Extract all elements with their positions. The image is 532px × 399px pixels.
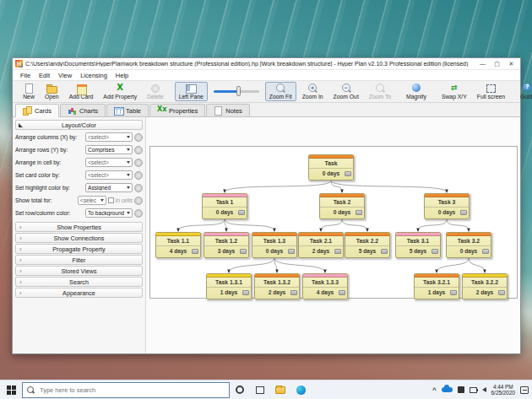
full-screen-icon xyxy=(485,84,497,94)
section-appearance[interactable]: ›Appearance xyxy=(15,288,143,298)
gear-button[interactable] xyxy=(134,209,143,218)
panel-row: Set row/column color:To background xyxy=(15,207,143,219)
card-task-1-3-1[interactable]: Task 1.3.11 days xyxy=(206,273,252,299)
card-task-2-1[interactable]: Task 2.12 days xyxy=(298,232,344,258)
toolbar-add-card-button[interactable]: Add Card xyxy=(65,82,98,101)
toolbar-open-button[interactable]: Open xyxy=(41,82,63,101)
menu-bar: FileEditViewLicensingHelp xyxy=(13,70,520,81)
onedrive-icon[interactable] xyxy=(442,387,453,392)
card-task-3-2-2[interactable]: Task 3.2.22 days xyxy=(462,273,508,299)
task-view-icon xyxy=(256,386,264,394)
minimize-button[interactable]: — xyxy=(475,59,490,69)
section-stored-views[interactable]: ›Stored Views xyxy=(15,266,143,276)
gear-button[interactable] xyxy=(134,171,143,180)
tab-charts[interactable]: Charts xyxy=(60,104,106,116)
card-task-1[interactable]: Task 10 days xyxy=(202,193,247,219)
taskbar-clock[interactable]: 4:44 PM 6/25/2020 xyxy=(491,384,515,396)
properties-icon xyxy=(157,106,166,115)
gear-button[interactable] xyxy=(134,197,143,205)
gear-button[interactable] xyxy=(134,146,143,154)
section-show-connections[interactable]: ›Show Connections xyxy=(15,233,143,243)
card-badge-icon xyxy=(356,210,362,215)
dropdown-arrange-rows-y-by[interactable]: Comprises xyxy=(85,145,133,154)
maximize-button[interactable]: ▢ xyxy=(490,59,504,69)
section-propagate-property[interactable]: ›Propagate Property xyxy=(15,244,143,254)
zoom-slider[interactable] xyxy=(214,82,259,101)
card-task-3-2-1[interactable]: Task 3.2.11 days xyxy=(414,273,459,299)
card-task-1-3-3[interactable]: Task 1.3.34 days xyxy=(302,273,348,299)
card-task-2[interactable]: Task 20 days xyxy=(319,193,365,219)
menu-licensing[interactable]: Licensing xyxy=(76,72,111,79)
zoom-slider-thumb[interactable] xyxy=(236,86,241,96)
toolbar-zoom-to-button[interactable]: Zoom To xyxy=(365,82,395,101)
gear-button[interactable] xyxy=(134,159,143,167)
toolbar-new-button[interactable]: New xyxy=(19,82,39,101)
in-cells-checkbox[interactable] xyxy=(108,197,114,203)
close-button[interactable]: ✕ xyxy=(504,59,518,69)
tab-cards[interactable]: Cards xyxy=(15,104,59,117)
toolbar-left-pane-button[interactable]: Left Pane xyxy=(175,82,208,101)
volume-icon[interactable] xyxy=(482,387,486,392)
title-bar[interactable]: H C:\Users\andy\Documents\HyperPlan\work… xyxy=(13,58,520,70)
dropdown-show-total-for[interactable]: <selec xyxy=(78,196,106,205)
toolbar-magnify-button[interactable]: Magnify xyxy=(402,82,431,101)
hidden-icons-caret[interactable]: ^ xyxy=(432,386,437,394)
menu-help[interactable]: Help xyxy=(111,72,133,79)
toolbar-add-property-button[interactable]: Add Property xyxy=(99,82,141,101)
tab-notes[interactable]: Notes xyxy=(206,104,250,116)
action-center-icon[interactable] xyxy=(520,386,529,394)
card-days-value: 2 days xyxy=(312,248,330,254)
gear-button[interactable] xyxy=(134,133,143,142)
section-show-properties[interactable]: ›Show Properties xyxy=(15,222,143,232)
panel-row-label: Set row/column color: xyxy=(15,210,85,216)
toolbar-delete-button[interactable]: Delete xyxy=(143,82,168,101)
menu-edit[interactable]: Edit xyxy=(35,72,54,79)
card-task-1-2[interactable]: Task 1.23 days xyxy=(204,232,249,258)
tab-bar: CardsChartsTablePropertiesNotes xyxy=(13,103,520,117)
toolbar-zoom-out-button[interactable]: Zoom Out xyxy=(329,82,363,101)
card-title: Task 3.1 xyxy=(396,236,440,246)
toolbar-guide-button[interactable]: Guide xyxy=(516,82,532,101)
dropdown-arrange-in-cell-by[interactable]: <select> xyxy=(85,158,133,167)
chevron-right-icon: › xyxy=(19,245,22,254)
card-task-1-3-2[interactable]: Task 1.3.22 days xyxy=(254,273,300,299)
card-badge-icon xyxy=(290,290,297,295)
menu-file[interactable]: File xyxy=(16,72,35,79)
card-task-1-1[interactable]: Task 1.14 days xyxy=(155,232,201,258)
card-days-value: 2 days xyxy=(269,289,286,295)
cortana-button[interactable] xyxy=(230,380,250,399)
dropdown-set-highlight-color-by[interactable]: Assigned xyxy=(85,183,133,192)
card-title: Task 1.1 xyxy=(156,236,200,246)
task-view-button[interactable] xyxy=(250,380,270,399)
card-task-3-2[interactable]: Task 3.20 days xyxy=(446,232,491,258)
canvas[interactable]: Task0 daysTask 10 daysTask 20 daysTask 3… xyxy=(149,146,518,299)
section-search[interactable]: ›Search xyxy=(15,277,143,287)
edge-button[interactable] xyxy=(290,380,311,399)
card-task-2-2[interactable]: Task 2.25 days xyxy=(345,232,390,258)
tray-app-icon[interactable] xyxy=(458,386,464,393)
section-filter[interactable]: ›Filter xyxy=(15,255,143,265)
toolbar-swap-x-y-button[interactable]: Swap X/Y xyxy=(437,82,471,101)
card-task-3-1[interactable]: Task 3.15 days xyxy=(395,232,441,258)
toolbar-zoom-fit-button[interactable]: Zoom Fit xyxy=(265,82,296,101)
card-task-3[interactable]: Task 30 days xyxy=(424,193,470,219)
toolbar-full-screen-button[interactable]: Full screen xyxy=(473,82,509,101)
dropdown-set-card-color-by[interactable]: <select> xyxy=(85,170,133,180)
toolbar-zoom-in-button[interactable]: Zoom In xyxy=(298,82,328,101)
menu-view[interactable]: View xyxy=(54,72,76,79)
card-badge-icon xyxy=(450,290,457,295)
dropdown-arrange-columns-x-by[interactable]: <select> xyxy=(85,132,133,142)
taskbar-search[interactable] xyxy=(22,382,230,398)
tab-table[interactable]: Table xyxy=(106,104,149,116)
layout-color-header[interactable]: Layout/Color xyxy=(15,120,143,130)
start-button[interactable] xyxy=(0,380,22,399)
tab-properties[interactable]: Properties xyxy=(149,104,205,116)
dropdown-set-row-column-color[interactable]: To background xyxy=(85,208,133,218)
card-days-value: 1 days xyxy=(220,289,238,295)
gear-button[interactable] xyxy=(134,184,143,192)
file-explorer-button[interactable] xyxy=(270,380,290,399)
search-input[interactable] xyxy=(38,386,225,395)
card-task[interactable]: Task0 days xyxy=(308,154,354,181)
card-task-1-3[interactable]: Task 1.30 days xyxy=(252,232,297,258)
chevron-down-icon xyxy=(127,174,130,176)
